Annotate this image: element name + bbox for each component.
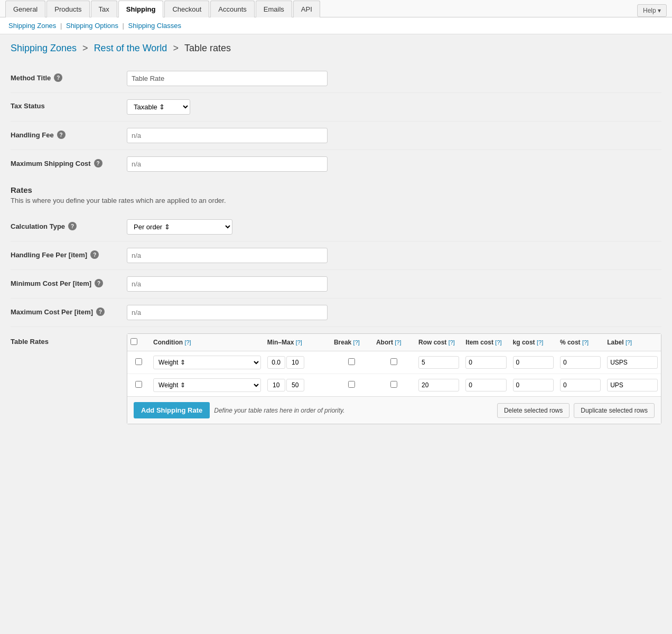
col-header-label: Label [?] [604, 334, 661, 351]
rates-description: This is where you define your table rate… [11, 197, 661, 204]
kgcost-help-link[interactable]: [?] [537, 339, 543, 346]
rates-form-section: Calculation Type ? Per order ⇕ Per item … [11, 213, 661, 431]
form-row-calc-type: Calculation Type ? Per order ⇕ Per item … [11, 213, 661, 241]
condition-help-link[interactable]: [?] [184, 339, 191, 346]
form-row-table-rates: Table Rates Condition [?] [11, 327, 661, 431]
row1-abort-cell [373, 351, 415, 374]
breadcrumb-sep-2: > [173, 43, 181, 53]
breadcrumb-rest-of-world[interactable]: Rest of the World [94, 43, 167, 53]
row2-pctcost-cell [557, 374, 604, 397]
row2-abort-checkbox[interactable] [390, 381, 397, 388]
tab-shipping[interactable]: Shipping [118, 1, 164, 17]
form-row-method-title: Method Title ? [11, 64, 661, 93]
row1-minmax-pair [267, 356, 328, 369]
tab-api[interactable]: API [293, 1, 320, 17]
row1-checkbox[interactable] [135, 358, 142, 365]
subnav-separator-2: | [123, 22, 126, 30]
row2-checkbox[interactable] [135, 381, 142, 388]
form-row-max-shipping: Maximum Shipping Cost ? [11, 150, 661, 178]
subnav-shipping-zones[interactable]: Shipping Zones [8, 22, 56, 30]
handling-per-item-help-icon[interactable]: ? [90, 250, 99, 259]
row2-pctcost-input[interactable] [560, 379, 601, 391]
row1-checkbox-cell [127, 351, 150, 374]
subnav-separator-1: | [60, 22, 64, 30]
row2-min-input[interactable] [267, 379, 285, 391]
row1-rowcost-input[interactable] [418, 356, 459, 369]
subnav-shipping-options[interactable]: Shipping Options [66, 22, 118, 30]
tab-accounts[interactable]: Accounts [210, 1, 254, 17]
label-help-link[interactable]: [?] [626, 339, 632, 346]
break-help-link[interactable]: [?] [353, 339, 360, 346]
breadcrumb-shipping-zones[interactable]: Shipping Zones [11, 43, 77, 53]
tab-tax[interactable]: Tax [91, 1, 117, 17]
help-button[interactable]: Help ▾ [637, 4, 667, 17]
row2-condition-cell: Weight ⇕ Price Items [150, 374, 264, 397]
row1-minmax-cell [264, 351, 331, 374]
handling-fee-help-icon[interactable]: ? [57, 130, 66, 139]
max-cost-per-input[interactable] [127, 305, 328, 320]
row1-min-input[interactable] [267, 356, 285, 369]
add-shipping-rate-button[interactable]: Add Shipping Rate [134, 402, 210, 418]
row1-itemcost-input[interactable] [465, 356, 506, 369]
row2-max-input[interactable] [286, 379, 304, 391]
subnav-shipping-classes[interactable]: Shipping Classes [128, 22, 181, 30]
row1-max-input[interactable] [286, 356, 304, 369]
handling-fee-field [127, 128, 661, 143]
row2-itemcost-input[interactable] [465, 379, 506, 391]
col-header-minmax: Min–Max [?] [264, 334, 331, 351]
min-cost-per-help-icon[interactable]: ? [95, 279, 103, 287]
tab-emails[interactable]: Emails [256, 1, 292, 17]
max-shipping-label: Maximum Shipping Cost ? [11, 156, 127, 167]
breadcrumb-current: Table rates [184, 43, 231, 53]
row2-rowcost-cell [415, 374, 462, 397]
form-row-handling-per-item: Handling Fee Per [item] ? [11, 241, 661, 270]
row1-label-input[interactable] [607, 356, 658, 369]
duplicate-selected-button[interactable]: Duplicate selected rows [574, 403, 655, 418]
row2-itemcost-cell [462, 374, 509, 397]
row1-condition-select[interactable]: Weight ⇕ Price Items [153, 356, 261, 369]
max-cost-per-help-icon[interactable]: ? [96, 307, 105, 316]
row1-break-checkbox[interactable] [348, 358, 355, 365]
row1-kgcost-input[interactable] [513, 356, 554, 369]
delete-selected-button[interactable]: Delete selected rows [497, 403, 570, 418]
row2-condition-select[interactable]: Weight ⇕ Price Items [153, 378, 261, 392]
calc-type-select[interactable]: Per order ⇕ Per item Per line item Per c… [127, 219, 232, 235]
pctcost-help-link[interactable]: [?] [582, 339, 589, 346]
handling-per-item-label: Handling Fee Per [item] ? [11, 248, 127, 259]
row1-pctcost-input[interactable] [560, 356, 601, 369]
method-title-input[interactable] [127, 71, 328, 86]
rates-heading: Rates [11, 185, 661, 194]
row1-abort-checkbox[interactable] [390, 358, 397, 365]
col-header-pctcost: % cost [?] [557, 334, 604, 351]
minmax-help-link[interactable]: [?] [296, 339, 302, 346]
select-all-checkbox[interactable] [130, 338, 137, 345]
tab-general[interactable]: General [5, 1, 45, 17]
tax-status-select[interactable]: Taxable ⇕ None [127, 99, 190, 115]
sub-nav: Shipping Zones | Shipping Options | Ship… [0, 17, 672, 34]
tab-checkout[interactable]: Checkout [164, 1, 209, 17]
form-row-min-cost-per: Minimum Cost Per [item] ? [11, 270, 661, 299]
row2-kgcost-input[interactable] [513, 379, 554, 391]
row2-break-cell [331, 374, 373, 397]
max-shipping-help-icon[interactable]: ? [94, 159, 102, 167]
row2-minmax-pair [267, 379, 328, 391]
itemcost-help-link[interactable]: [?] [495, 339, 501, 346]
tab-products[interactable]: Products [46, 1, 89, 17]
abort-help-link[interactable]: [?] [395, 339, 401, 346]
row1-itemcost-cell [462, 351, 509, 374]
row2-kgcost-cell [510, 374, 557, 397]
col-header-kgcost: kg cost [?] [510, 334, 557, 351]
handling-fee-input[interactable] [127, 128, 328, 143]
min-cost-per-input[interactable] [127, 276, 328, 292]
handling-per-item-input[interactable] [127, 248, 328, 263]
row2-label-input[interactable] [607, 379, 658, 391]
col-header-checkbox [127, 334, 150, 351]
method-title-help-icon[interactable]: ? [54, 73, 62, 82]
rates-table: Condition [?] Min–Max [?] Break [?] [127, 334, 661, 396]
footer-hint: Define your table rates here in order of… [214, 407, 493, 414]
row2-break-checkbox[interactable] [348, 381, 355, 388]
max-shipping-input[interactable] [127, 156, 328, 172]
row2-rowcost-input[interactable] [418, 379, 459, 391]
calc-type-help-icon[interactable]: ? [68, 222, 77, 230]
rowcost-help-link[interactable]: [?] [449, 339, 455, 346]
